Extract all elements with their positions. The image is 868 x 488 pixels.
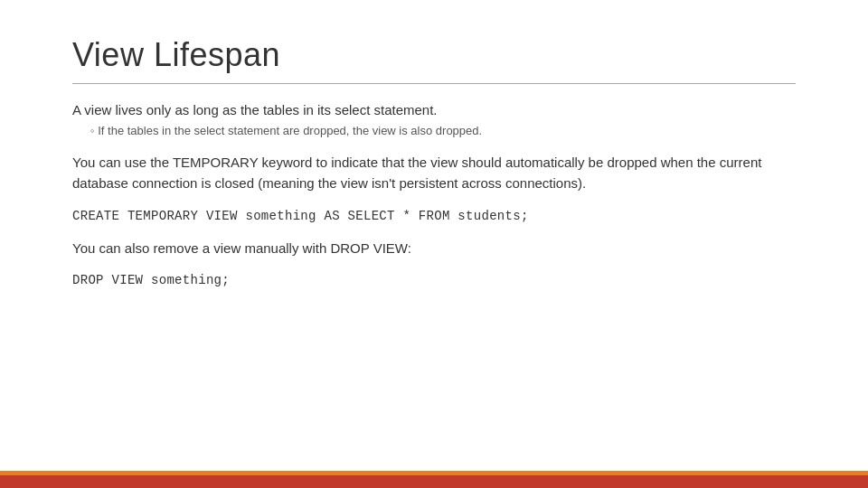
code-block-2: DROP VIEW something; [72,273,796,287]
bullet-item: If the tables in the select statement ar… [72,123,796,139]
slide-title: View Lifespan [72,36,796,74]
code-block-1: CREATE TEMPORARY VIEW something AS SELEC… [72,209,796,223]
subtitle-text: A view lives only as long as the tables … [72,100,796,119]
body-paragraph-2: You can also remove a view manually with… [72,238,796,258]
bottom-bar [0,475,868,488]
title-divider [72,83,796,84]
body-paragraph-1: You can use the TEMPORARY keyword to ind… [72,152,796,194]
slide-container: View Lifespan A view lives only as long … [0,0,868,488]
